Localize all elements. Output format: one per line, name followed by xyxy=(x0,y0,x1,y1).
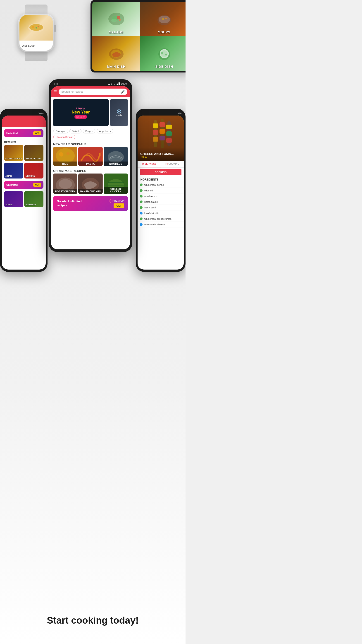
watch-text-area: Diet Soup xyxy=(19,40,53,51)
svg-point-8 xyxy=(111,19,117,22)
christmas-card-roast-label: ROAST CHICKEN xyxy=(53,189,77,194)
svg-point-11 xyxy=(159,16,170,23)
left-phone-header xyxy=(2,116,46,127)
ingredient-check-pasta-sauce xyxy=(140,200,143,203)
clock-icon: ⏱ xyxy=(142,163,144,165)
watch-body: Diet Soup xyxy=(18,14,54,52)
special-card-noodles[interactable]: NOODLES xyxy=(104,147,128,166)
tablet-frame: SALADS SOUPS xyxy=(90,0,185,72)
center-phone-device: 9:00 ▲ LTE ▲▊ 100% ☰ Search for recipes … xyxy=(49,79,132,252)
tag-appetizers[interactable]: Appetizers xyxy=(97,129,113,134)
christmas-grid: ROAST CHICKEN BAKED CHICKEN xyxy=(51,174,130,196)
center-search-placeholder: Search for recipes xyxy=(61,90,119,93)
left-phone-cell-party[interactable]: PARTY SPECIAL xyxy=(24,145,43,161)
watch-food-image xyxy=(19,15,53,40)
left-phone-cell-couple-label: COUPLE DISHES xyxy=(5,157,22,160)
tab-servings-label: SERVINGS xyxy=(145,163,157,165)
tab-cooking[interactable]: ⏰ COOKING xyxy=(161,161,184,168)
svg-point-19 xyxy=(161,52,163,54)
ingredient-label-wholemeal-penne: wholemeal penne xyxy=(144,184,164,186)
left-phone-cell-couple[interactable]: COUPLE DISHES xyxy=(4,145,23,161)
svg-point-4 xyxy=(35,27,37,28)
svg-point-3 xyxy=(37,26,39,28)
christmas-card-roast[interactable]: ROAST CHICKEN xyxy=(53,174,77,194)
left-phone-get-button[interactable]: GET xyxy=(33,132,41,135)
left-phone-grid-1: COUPLE DISHES PARTY SPECIAL xyxy=(2,145,46,161)
premium-get-button[interactable]: GET xyxy=(114,204,124,208)
hamburger-menu-icon[interactable]: ☰ xyxy=(54,90,57,94)
ingredient-mushrooms: mushrooms xyxy=(138,194,184,199)
premium-banner-right: ❮ PREMIUM GET xyxy=(109,199,124,208)
premium-banner[interactable]: No ads. Unlimited recipes. ❮ PREMIUM GET xyxy=(53,196,128,211)
special-card-pasta[interactable]: PASTA xyxy=(78,147,103,166)
tablet-cell-sidedish[interactable]: SIDE DISH xyxy=(140,36,185,71)
christmas-card-grilled-label: GRILLED CHICKEN xyxy=(104,187,128,194)
right-hero-sub: Top 10 xyxy=(140,156,181,158)
center-phone-time: 9:00 xyxy=(54,83,58,86)
right-phone-time: 9:00 xyxy=(177,112,181,114)
center-main-banner[interactable]: Happy New Year Recipes xyxy=(53,99,109,126)
ingredient-check-wholemeal-penne xyxy=(140,184,143,186)
special-card-noodles-label: NOODLES xyxy=(104,162,128,166)
ingredient-wholemeal-breadcrumbs: wholemeal breadcrumbs xyxy=(138,216,184,222)
left-phone-cell-mexican-label: MEXICAN xyxy=(25,175,35,177)
center-phone-signal: ▲ LTE ▲▊ 100% xyxy=(108,82,127,86)
tag-baked[interactable]: Baked xyxy=(69,129,81,134)
svg-point-24 xyxy=(66,152,69,155)
svg-point-12 xyxy=(162,18,164,20)
svg-point-22 xyxy=(56,148,75,163)
tablet-label-maindish: MAIN DISH xyxy=(107,65,126,68)
special-card-rice-label: RICE xyxy=(53,162,77,166)
left-phone-cell-soups[interactable]: SOUPS xyxy=(4,191,23,207)
svg-point-2 xyxy=(32,26,34,28)
left-phone-banner2-text: Unlimited xyxy=(6,184,18,186)
ingredient-check-low-fat-ricotta xyxy=(140,212,143,214)
center-side-banner[interactable]: ❄️ Special xyxy=(110,99,129,126)
left-phone-status-bar: 100% xyxy=(2,111,46,116)
premium-text-line2: recipes. xyxy=(57,204,82,208)
left-phone-grid-2: ASIAN MEXICAN xyxy=(2,163,46,178)
ingredient-wholemeal-penne: wholemeal penne xyxy=(138,182,184,188)
tablet-label-soups: SOUPS xyxy=(158,30,170,34)
left-phone-frame: 100% Unlimited GET RECIPES COUPLE DISHES… xyxy=(0,109,47,272)
left-phone-cell-mexican[interactable]: MEXICAN xyxy=(24,163,43,178)
left-phone-grid-3: SOUPS MAIN DISH xyxy=(2,191,46,207)
tablet-cell-soups[interactable]: SOUPS xyxy=(140,2,185,36)
special-card-pasta-label: PASTA xyxy=(78,162,103,166)
left-phone-cell-asian[interactable]: ASIAN xyxy=(4,163,23,178)
christmas-card-grilled[interactable]: GRILLED CHICKEN xyxy=(104,174,128,194)
ingredient-olive-oil: olive oil xyxy=(138,188,184,194)
right-hero-title: CHEESE AND TOMA... xyxy=(140,152,181,156)
premium-banner-left: No ads. Unlimited recipes. xyxy=(57,199,82,208)
left-phone-banner-2[interactable]: Unlimited GET xyxy=(4,181,43,189)
left-phone-banner-text: Unlimited xyxy=(6,132,18,134)
special-card-rice[interactable]: RICE xyxy=(53,147,77,166)
cooking-button[interactable]: COOKING xyxy=(140,169,181,175)
tag-chicken-breast[interactable]: Chicken Breast xyxy=(53,135,75,139)
tag-burger[interactable]: Burger xyxy=(83,129,95,134)
microphone-icon[interactable]: 🎤 xyxy=(121,90,125,94)
christmas-section-title: CHRISTMAS RECIPES xyxy=(51,168,130,174)
center-banner-row: Happy New Year Recipes ❄️ Special xyxy=(51,97,130,127)
svg-point-30 xyxy=(59,179,72,189)
left-phone-recipes-title: RECIPES xyxy=(2,140,46,145)
ingredient-check-fresh-basil xyxy=(140,206,143,209)
tablet-cell-maindish[interactable]: MAIN DISH xyxy=(92,36,140,71)
tag-crockpot[interactable]: Crockpot xyxy=(53,129,68,134)
center-phone-screen: ☰ Search for recipes 🎤 Happy New Year Re… xyxy=(51,86,130,250)
premium-text-line1: No ads. Unlimited xyxy=(57,199,82,204)
svg-point-9 xyxy=(119,18,121,21)
tablet-label-salads: SALADS xyxy=(109,30,124,34)
left-phone-banner-1[interactable]: Unlimited GET xyxy=(4,129,43,137)
left-phone-get-button-2[interactable]: GET xyxy=(33,183,41,187)
tablet-cell-salads[interactable]: SALADS xyxy=(92,2,140,36)
tablet-screen: SALADS SOUPS xyxy=(92,2,185,71)
ingredient-label-wholemeal-breadcrumbs: wholemeal breadcrumbs xyxy=(144,218,172,220)
watch-recipe-title: Diet Soup xyxy=(22,44,35,47)
svg-point-13 xyxy=(165,18,167,19)
tab-servings[interactable]: ⏱ SERVINGS xyxy=(138,161,161,168)
ingredient-fresh-basil: fresh basil xyxy=(138,205,184,210)
left-phone-cell-maindish[interactable]: MAIN DISH xyxy=(24,191,43,207)
christmas-card-baked[interactable]: BAKED CHICKEN xyxy=(78,174,103,194)
center-search-bar[interactable]: Search for recipes 🎤 xyxy=(59,88,127,95)
